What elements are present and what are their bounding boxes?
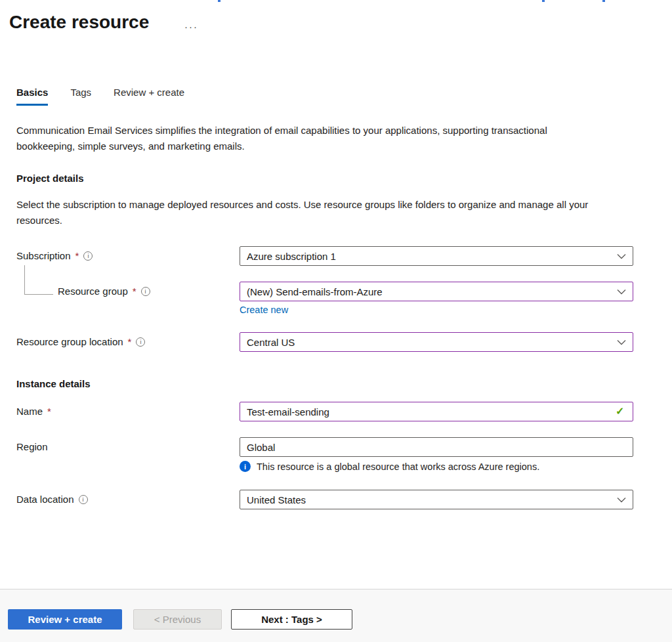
project-details-description: Select the subscription to manage deploy… xyxy=(16,197,604,228)
data-location-dropdown[interactable]: United States xyxy=(240,490,633,509)
clipped-top-link-fragment xyxy=(542,0,545,2)
valid-check-icon: ✓ xyxy=(616,405,624,417)
tab-bar: Basics Tags Review + create xyxy=(16,87,184,106)
required-asterisk: * xyxy=(47,406,51,417)
required-asterisk: * xyxy=(75,250,79,261)
clipped-top-link-fragment xyxy=(218,0,220,2)
subscription-dropdown[interactable]: Azure subscription 1 xyxy=(240,246,633,266)
chevron-down-icon xyxy=(617,339,626,345)
resource-group-label-text: Resource group xyxy=(58,286,128,297)
resource-group-location-value: Central US xyxy=(247,337,612,348)
resource-group-location-label: Resource group location * i xyxy=(16,336,145,347)
resource-group-label: Resource group * i xyxy=(58,286,150,297)
page-title: Create resource xyxy=(9,12,149,33)
create-new-link[interactable]: Create new xyxy=(240,305,288,315)
subscription-label: Subscription * i xyxy=(16,250,93,261)
project-details-heading: Project details xyxy=(16,173,84,184)
required-asterisk: * xyxy=(128,336,132,347)
next-tags-button[interactable]: Next : Tags > xyxy=(231,609,352,630)
clipped-top-link-fragment xyxy=(602,0,605,2)
subscription-value: Azure subscription 1 xyxy=(247,251,612,262)
more-options-ellipsis-icon[interactable]: ··· xyxy=(184,21,198,32)
info-icon[interactable]: i xyxy=(141,287,150,296)
info-icon[interactable]: i xyxy=(136,337,145,347)
info-icon[interactable]: i xyxy=(79,495,88,504)
chevron-down-icon xyxy=(617,497,626,503)
region-info-text: This resource is a global resource that … xyxy=(257,461,539,472)
hierarchy-connector-line xyxy=(24,265,53,295)
name-label: Name * xyxy=(16,406,51,417)
tab-tags[interactable]: Tags xyxy=(70,87,91,106)
resource-group-dropdown[interactable]: (New) Send-emails-from-Azure xyxy=(240,282,633,301)
info-icon[interactable]: i xyxy=(83,251,93,261)
service-description: Communication Email Services simplifies … xyxy=(16,123,594,154)
previous-button[interactable]: < Previous xyxy=(133,609,222,630)
info-filled-icon: i xyxy=(240,461,251,472)
tab-review-create[interactable]: Review + create xyxy=(114,87,184,106)
name-input[interactable] xyxy=(240,402,633,421)
review-create-button[interactable]: Review + create xyxy=(8,609,122,630)
resource-group-location-dropdown[interactable]: Central US xyxy=(240,332,633,352)
data-location-label-text: Data location xyxy=(16,494,74,505)
data-location-label: Data location i xyxy=(16,494,88,505)
chevron-down-icon xyxy=(617,253,626,259)
name-label-text: Name xyxy=(16,406,43,417)
subscription-label-text: Subscription xyxy=(16,250,71,261)
region-info-note: i This resource is a global resource tha… xyxy=(240,461,539,472)
chevron-down-icon xyxy=(617,289,626,295)
resource-group-location-label-text: Resource group location xyxy=(16,336,123,347)
region-label-text: Region xyxy=(16,441,48,452)
data-location-value: United States xyxy=(247,494,612,505)
required-asterisk: * xyxy=(133,286,136,297)
footer-bar: Review + create < Previous Next : Tags > xyxy=(0,589,672,642)
resource-group-value: (New) Send-emails-from-Azure xyxy=(247,286,612,297)
instance-details-heading: Instance details xyxy=(16,378,91,389)
tab-basics[interactable]: Basics xyxy=(16,87,48,106)
region-input[interactable] xyxy=(240,437,633,457)
region-label: Region xyxy=(16,441,48,452)
